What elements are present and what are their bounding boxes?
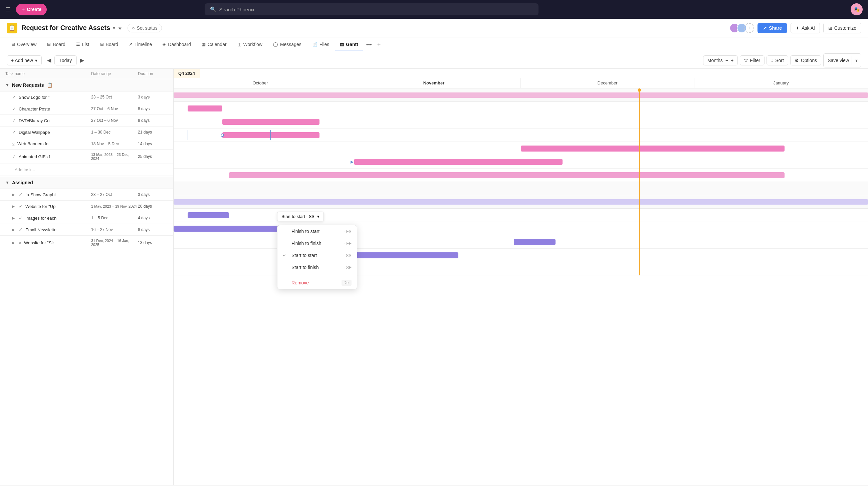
hamburger-icon[interactable]: ☰ — [5, 6, 11, 13]
tab-dashboard[interactable]: ◈ Dashboard — [158, 39, 196, 51]
shortcode-fs: · FS — [344, 229, 351, 234]
ask-ai-button[interactable]: ✦ Ask AI — [790, 23, 820, 33]
task-name[interactable]: Animated GIFs f — [19, 154, 50, 159]
task-name[interactable]: Character Poste — [19, 106, 50, 111]
task-check-icon: ✓ — [19, 215, 23, 221]
tab-messages-icon: ◯ — [273, 42, 278, 47]
prev-arrow-button[interactable]: ◀ — [45, 56, 53, 65]
task-name[interactable]: In-Show Graphi — [25, 192, 55, 197]
task-bar-5 — [354, 159, 562, 165]
task-row: ▶ ✓ Images for each 1 – 5 Dec 4 days — [0, 212, 173, 224]
dropdown-icon[interactable]: ▾ — [113, 25, 115, 31]
task-date: 18 Nov – 5 Dec — [91, 141, 138, 146]
search-placeholder: Search Phoenix — [219, 7, 254, 12]
task-name[interactable]: Show Logo for " — [19, 95, 50, 100]
tab-board2-icon: ⊟ — [100, 42, 104, 47]
tab-messages[interactable]: ◯ Messages — [269, 39, 306, 51]
expand-icon[interactable]: ▶ — [12, 193, 15, 197]
task-row: ⧖ Web Banners fo 18 Nov – 5 Dec 14 days — [0, 138, 173, 150]
search-icon: 🔍 — [210, 6, 216, 12]
task-panel: Task name Date range Duration ▼ New Requ… — [0, 69, 174, 485]
group-assigned[interactable]: ▼ Assigned — [0, 176, 173, 189]
create-button[interactable]: + Create — [16, 4, 47, 15]
group-bar — [174, 93, 868, 98]
tab-more-icon[interactable]: ••• — [364, 39, 374, 51]
months-minus[interactable]: − — [725, 58, 728, 63]
months-selector[interactable]: Months − + — [703, 56, 738, 65]
task-name[interactable]: Web Banners fo — [18, 141, 49, 146]
filter-icon: ▽ — [744, 58, 748, 63]
today-marker — [639, 89, 640, 276]
task-name[interactable]: DVD/Blu-ray Co — [19, 118, 50, 123]
months-plus[interactable]: + — [731, 58, 734, 63]
group-new-requests[interactable]: ▼ New Requests 📋 — [0, 79, 173, 92]
options-button[interactable]: ⚙ Options — [790, 56, 821, 65]
task-bar-6 — [229, 172, 784, 178]
tab-workflow[interactable]: ◫ Workflow — [233, 39, 267, 51]
tab-timeline-icon: ↗ — [129, 42, 132, 47]
dropdown-item-start-finish[interactable]: Start to finish · SF — [277, 261, 357, 273]
today-button[interactable]: Today — [54, 56, 77, 65]
task-timer-icon: ⧖ — [12, 141, 15, 146]
share-button[interactable]: ↗ Share — [757, 23, 787, 33]
task-check-icon: ✓ — [19, 192, 23, 197]
tab-gantt[interactable]: ▤ Gantt — [335, 39, 363, 51]
add-new-button[interactable]: + Add new ▾ — [7, 56, 42, 65]
tab-files[interactable]: 📄 Files — [307, 39, 334, 51]
tab-add-icon[interactable]: + — [375, 38, 383, 51]
tab-workflow-label: Workflow — [243, 42, 262, 47]
dropdown-divider — [277, 275, 357, 275]
tab-board2[interactable]: ⊟ Board — [95, 39, 123, 51]
dropdown-item-label: Finish to start — [291, 229, 319, 234]
task-row: ✓ Animated GIFs f 13 Mar, 2023 – 23 Dec,… — [0, 150, 173, 164]
expand-icon[interactable]: ▶ — [12, 241, 15, 245]
tab-overview-icon: ⊞ — [11, 42, 15, 47]
task-row: ▶ ✓ In-Show Graphi 23 – 27 Oct 3 days — [0, 189, 173, 201]
task-name[interactable]: Website for "Up — [25, 204, 55, 209]
tab-timeline[interactable]: ↗ Timeline — [124, 39, 157, 51]
save-view-button[interactable]: Save view ▾ — [823, 54, 861, 67]
add-member-button[interactable]: + — [744, 23, 754, 33]
task-row: ✓ DVD/Blu-ray Co 27 Oct – 6 Nov 8 days — [0, 115, 173, 127]
task-name[interactable]: Images for each — [25, 216, 56, 221]
expand-icon[interactable]: ▶ — [12, 216, 15, 220]
task-date: 13 Mar, 2023 – 23 Dec, 2024 — [91, 153, 138, 161]
task-name[interactable]: Email Newslette — [25, 227, 56, 232]
tab-board1[interactable]: ⊟ Board — [42, 39, 70, 51]
dropdown-item-remove[interactable]: Remove Del — [277, 277, 357, 289]
task-row: ▶ ⧖ Website for "Sir 31 Dec, 2024 – 16 J… — [0, 236, 173, 250]
col-header-date: Date range — [91, 71, 138, 76]
task-duration: 8 days — [138, 106, 168, 111]
task-date: 23 – 25 Oct — [91, 95, 138, 99]
nav-avatar[interactable]: 🎭 — [850, 3, 863, 15]
add-task-button[interactable]: Add task... — [0, 164, 173, 176]
search-bar[interactable]: 🔍 Search Phoenix — [205, 3, 538, 15]
tab-list[interactable]: ☰ List — [71, 39, 94, 51]
expand-icon[interactable]: ▶ — [12, 228, 15, 232]
dropdown-item-label: Start to start — [291, 253, 317, 258]
task-row: ✓ Show Logo for " 23 – 25 Oct 3 days — [0, 92, 173, 103]
dependency-type-dropdown[interactable]: Start to start · SS ▾ — [277, 212, 324, 221]
filter-button[interactable]: ▽ Filter — [740, 56, 765, 65]
task-bar-4 — [521, 145, 784, 152]
set-status-button[interactable]: ○ Set status — [127, 24, 162, 32]
task-name[interactable]: Digital Wallpape — [19, 130, 50, 135]
main-content: Task name Date range Duration ▼ New Requ… — [0, 69, 868, 485]
dropdown-item-finish-finish[interactable]: Finish to finish · FF — [277, 237, 357, 249]
dropdown-item-finish-start[interactable]: Finish to start · FS — [277, 225, 357, 237]
task-duration: 3 days — [138, 95, 168, 99]
sort-button[interactable]: ↕ Sort — [767, 56, 788, 65]
task-name[interactable]: Website for "Sir — [24, 240, 54, 245]
star-icon[interactable]: ★ — [118, 25, 122, 31]
expand-icon[interactable]: ▶ — [12, 204, 15, 208]
task-duration: 13 days — [138, 240, 168, 245]
tab-calendar[interactable]: ▦ Calendar — [197, 39, 231, 51]
sort-icon: ↕ — [771, 58, 773, 63]
next-arrow-button[interactable]: ▶ — [78, 56, 86, 65]
month-jan: January — [694, 78, 868, 88]
tab-overview[interactable]: ⊞ Overview — [7, 39, 41, 51]
tab-files-icon: 📄 — [312, 42, 317, 47]
customize-button[interactable]: ⊞ Customize — [823, 23, 861, 33]
toolbar-right: Months − + ▽ Filter ↕ Sort ⚙ Options Sav… — [703, 54, 861, 67]
dropdown-item-start-start[interactable]: ✓ Start to start · SS — [277, 249, 357, 261]
